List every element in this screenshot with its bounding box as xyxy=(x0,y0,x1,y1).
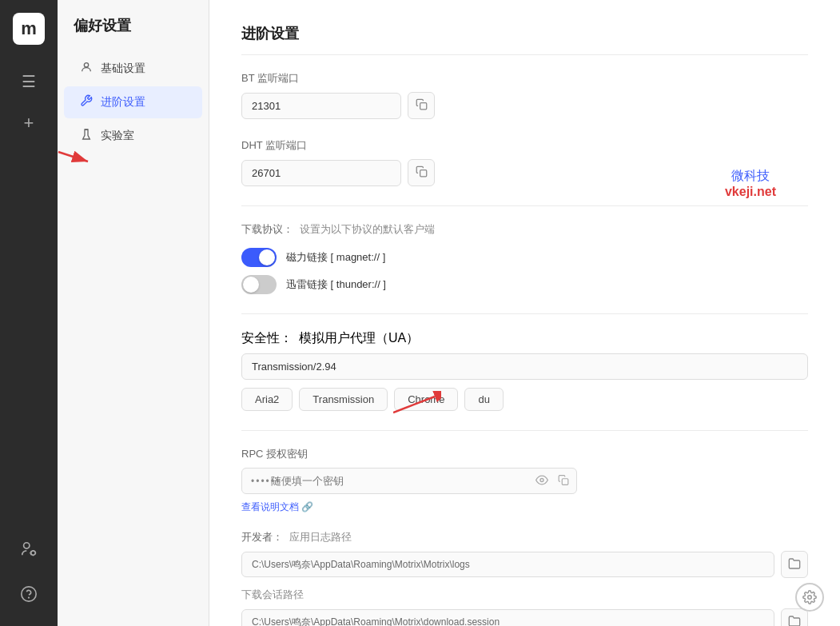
dht-port-input[interactable] xyxy=(241,160,401,186)
session-path-row xyxy=(241,608,808,626)
page-title: 进阶设置 xyxy=(241,24,808,55)
rpc-section: RPC 授权密钥 •••••• xyxy=(241,447,808,514)
nav-title: 偏好设置 xyxy=(58,16,209,51)
sidebar-item-basic[interactable]: 基础设置 xyxy=(64,53,202,85)
dht-port-copy-button[interactable] xyxy=(408,159,435,186)
rpc-doc-link-text: 查看说明文档 🔗 xyxy=(241,500,313,514)
copy-icon xyxy=(416,165,428,180)
log-path-sub-label: 应用日志路径 xyxy=(289,530,352,544)
dht-port-label: DHT 监听端口 xyxy=(241,138,808,153)
protocol-section: 下载协议： 设置为以下协议的默认客户端 磁力链接 [ magnet:// ] 迅… xyxy=(241,222,808,294)
rpc-eye-icon[interactable] xyxy=(535,473,548,488)
sidebar-item-lab[interactable]: 实验室 xyxy=(64,120,202,152)
rpc-doc-link[interactable]: 查看说明文档 🔗 xyxy=(241,500,808,514)
thunder-toggle[interactable] xyxy=(241,275,277,294)
dht-port-row xyxy=(241,159,808,186)
bt-port-section: BT 监听端口 xyxy=(241,71,808,119)
protocol-desc-label: 设置为以下协议的默认客户端 xyxy=(300,222,435,237)
bt-port-copy-button[interactable] xyxy=(408,92,435,119)
sidebar-item-label-basic: 基础设置 xyxy=(101,62,145,76)
ua-preset-chrome[interactable]: Chrome xyxy=(394,388,458,411)
rpc-input[interactable] xyxy=(241,468,577,494)
help-button[interactable] xyxy=(11,578,46,613)
rpc-label: RPC 授权密钥 xyxy=(241,447,808,461)
security-key-label: 安全性： xyxy=(241,330,293,347)
log-path-row xyxy=(241,551,808,578)
nav-panel: 偏好设置 基础设置 进阶设置 实验室 xyxy=(58,0,209,626)
ua-preset-aria2[interactable]: Aria2 xyxy=(241,388,293,411)
dht-port-section: DHT 监听端口 xyxy=(241,138,808,186)
session-path-input[interactable] xyxy=(241,609,774,626)
lab-icon xyxy=(80,128,93,144)
menu-icon: ☰ xyxy=(22,72,36,91)
svg-point-8 xyxy=(540,478,543,481)
ua-preset-du[interactable]: du xyxy=(464,388,503,411)
folder-icon xyxy=(788,615,801,627)
users-icon xyxy=(20,540,38,562)
sidebar-item-label-advanced: 进阶设置 xyxy=(101,95,145,110)
svg-rect-9 xyxy=(562,478,568,484)
rpc-input-row: •••••• xyxy=(241,468,808,494)
ua-presets-bar: Aria2 Transmission Chrome du xyxy=(241,388,808,411)
svg-point-2 xyxy=(22,586,36,600)
svg-point-4 xyxy=(84,63,88,67)
thunder-toggle-row: 迅雷链接 [ thunder:// ] xyxy=(241,275,808,294)
magnet-toggle-row: 磁力链接 [ magnet:// ] xyxy=(241,248,808,267)
rpc-dots: •••••• xyxy=(251,476,281,487)
basic-settings-icon xyxy=(80,61,93,77)
thunder-label: 迅雷链接 [ thunder:// ] xyxy=(286,277,386,292)
magnet-toggle[interactable] xyxy=(241,248,277,267)
security-sub-label: 模拟用户代理（UA） xyxy=(299,330,419,347)
ua-preset-transmission[interactable]: Transmission xyxy=(299,388,388,411)
dev-key-label: 开发者： xyxy=(241,530,283,544)
bt-port-label: BT 监听端口 xyxy=(241,71,808,86)
ua-input[interactable] xyxy=(241,353,808,380)
settings-bottom-right-button[interactable] xyxy=(795,583,824,612)
bt-port-row xyxy=(241,92,808,119)
svg-rect-6 xyxy=(420,103,426,110)
advanced-settings-icon xyxy=(80,94,93,110)
main-panel: 进阶设置 BT 监听端口 DHT 监听端口 xyxy=(209,0,840,626)
log-path-input[interactable] xyxy=(241,552,774,577)
bt-port-input[interactable] xyxy=(241,93,401,119)
watermark-line2: vkeji.net xyxy=(725,185,776,199)
rpc-input-wrapper: •••••• xyxy=(241,468,577,494)
add-button[interactable]: + xyxy=(11,106,46,141)
svg-point-12 xyxy=(808,596,812,600)
app-logo: m xyxy=(13,13,45,45)
magnet-label: 磁力链接 [ magnet:// ] xyxy=(286,250,385,265)
svg-rect-7 xyxy=(420,170,426,177)
svg-point-1 xyxy=(31,550,36,555)
log-path-folder-button[interactable] xyxy=(781,551,808,578)
menu-button[interactable]: ☰ xyxy=(11,64,46,99)
folder-icon xyxy=(788,557,801,572)
session-sub-label: 下载会话路径 xyxy=(241,588,304,602)
plus-icon: + xyxy=(24,113,34,134)
users-button[interactable] xyxy=(11,533,46,568)
sidebar-item-label-lab: 实验室 xyxy=(101,129,134,143)
rpc-copy-icon[interactable] xyxy=(558,474,569,488)
sidebar-item-advanced[interactable]: 进阶设置 xyxy=(64,86,202,118)
security-section: 安全性： 模拟用户代理（UA） Aria2 Transmission Chrom… xyxy=(241,330,808,411)
session-path-folder-button[interactable] xyxy=(781,608,808,626)
thunder-toggle-knob xyxy=(243,277,259,293)
developer-section: 开发者： 应用日志路径 下载会话路径 xyxy=(241,530,808,626)
help-icon xyxy=(20,585,38,607)
copy-icon xyxy=(416,98,428,113)
sidebar: m ☰ + xyxy=(0,0,58,626)
protocol-key-label: 下载协议： xyxy=(241,222,293,237)
magnet-toggle-knob xyxy=(259,249,275,265)
svg-point-0 xyxy=(24,542,30,548)
